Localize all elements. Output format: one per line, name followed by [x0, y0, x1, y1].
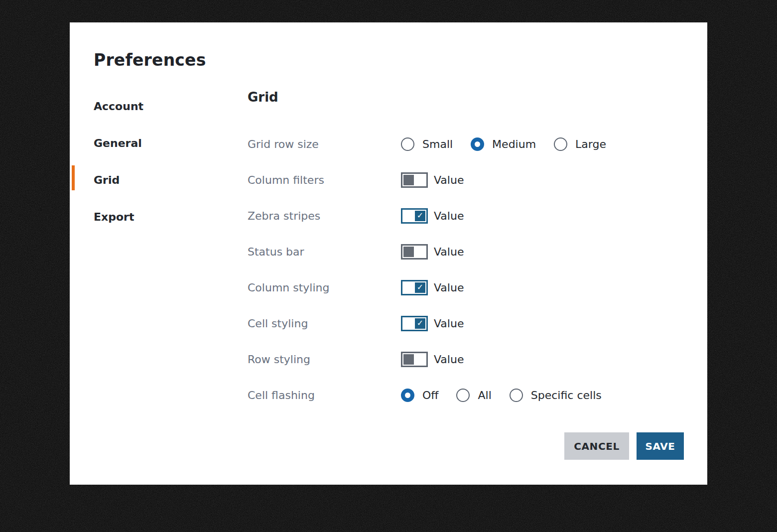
setting-label: Column filters	[248, 174, 401, 186]
radio-option-small[interactable]: Small	[401, 137, 453, 151]
toggle-value-label: Value	[434, 317, 464, 330]
setting-label: Row styling	[248, 353, 401, 366]
cancel-button[interactable]: CANCEL	[564, 432, 629, 460]
radio-option-specific-cells[interactable]: Specific cells	[510, 389, 602, 402]
setting-label: Status bar	[248, 246, 401, 258]
setting-label: Column styling	[248, 281, 401, 294]
toggle-handle	[403, 247, 414, 257]
sidebar-item-grid[interactable]: Grid	[94, 161, 223, 198]
toggle-handle	[403, 354, 414, 365]
radio-option-label: All	[478, 389, 491, 401]
radio-option-label: Specific cells	[531, 389, 602, 401]
settings-rows: Grid row sizeSmallMediumLargeColumn filt…	[248, 126, 686, 413]
toggle-value-label: Value	[434, 246, 464, 258]
toggle-control-row-styling: Value	[401, 352, 464, 367]
panel-heading: Grid	[248, 90, 278, 105]
setting-label: Zebra stripes	[248, 210, 401, 222]
settings-row-cell-flashing: Cell flashingOffAllSpecific cells	[248, 377, 686, 413]
preferences-dialog: Preferences AccountGeneralGridExport Gri…	[70, 22, 707, 485]
dialog-title: Preferences	[94, 50, 206, 70]
toggle-control-column-filters: Value	[401, 172, 464, 188]
setting-label: Cell flashing	[248, 389, 401, 401]
toggle-off[interactable]	[401, 244, 428, 260]
toggle-control-cell-styling: ✓Value	[401, 316, 464, 331]
footer-buttons: CANCEL SAVE	[564, 432, 684, 460]
radio-selected-icon[interactable]	[471, 137, 484, 151]
radio-selected-icon[interactable]	[401, 389, 414, 402]
radio-option-off[interactable]: Off	[401, 389, 438, 402]
setting-label: Grid row size	[248, 138, 401, 150]
radio-option-label: Off	[422, 389, 438, 401]
save-button[interactable]: SAVE	[637, 432, 684, 460]
sidebar-item-export[interactable]: Export	[94, 198, 223, 235]
radio-option-large[interactable]: Large	[554, 137, 606, 151]
sidebar-item-account[interactable]: Account	[94, 88, 223, 125]
settings-row-row-styling: Row stylingValue	[248, 341, 686, 377]
radio-option-label: Large	[575, 138, 606, 150]
radio-unselected-icon[interactable]	[401, 137, 414, 151]
toggle-handle	[403, 175, 414, 185]
settings-row-column-styling: Column styling✓Value	[248, 269, 686, 305]
radio-option-label: Medium	[492, 138, 536, 150]
sidebar-nav: AccountGeneralGridExport	[94, 88, 223, 235]
radio-option-medium[interactable]: Medium	[471, 137, 536, 151]
toggle-handle-check-icon: ✓	[415, 211, 425, 221]
toggle-handle-check-icon: ✓	[415, 318, 425, 329]
radio-group-cell-flashing: OffAllSpecific cells	[401, 389, 602, 402]
radio-unselected-icon[interactable]	[456, 389, 470, 402]
sidebar-item-general[interactable]: General	[94, 125, 223, 161]
toggle-value-label: Value	[434, 353, 464, 366]
settings-row-grid-row-size: Grid row sizeSmallMediumLarge	[248, 126, 686, 162]
settings-row-column-filters: Column filtersValue	[248, 162, 686, 198]
radio-unselected-icon[interactable]	[510, 389, 523, 402]
active-tab-indicator	[72, 165, 75, 190]
toggle-off[interactable]	[401, 352, 428, 367]
toggle-on[interactable]: ✓	[401, 208, 428, 224]
toggle-value-label: Value	[434, 281, 464, 294]
toggle-off[interactable]	[401, 172, 428, 188]
setting-label: Cell styling	[248, 317, 401, 330]
toggle-control-column-styling: ✓Value	[401, 280, 464, 295]
toggle-on[interactable]: ✓	[401, 280, 428, 295]
toggle-on[interactable]: ✓	[401, 316, 428, 331]
settings-row-status-bar: Status barValue	[248, 234, 686, 269]
toggle-value-label: Value	[434, 210, 464, 222]
toggle-control-status-bar: Value	[401, 244, 464, 260]
toggle-handle-check-icon: ✓	[415, 282, 425, 293]
radio-unselected-icon[interactable]	[554, 137, 567, 151]
radio-option-all[interactable]: All	[456, 389, 491, 402]
radio-group-grid-row-size: SmallMediumLarge	[401, 137, 606, 151]
settings-row-zebra-stripes: Zebra stripes✓Value	[248, 198, 686, 234]
toggle-value-label: Value	[434, 174, 464, 186]
radio-option-label: Small	[422, 138, 453, 150]
toggle-control-zebra-stripes: ✓Value	[401, 208, 464, 224]
settings-row-cell-styling: Cell styling✓Value	[248, 305, 686, 341]
